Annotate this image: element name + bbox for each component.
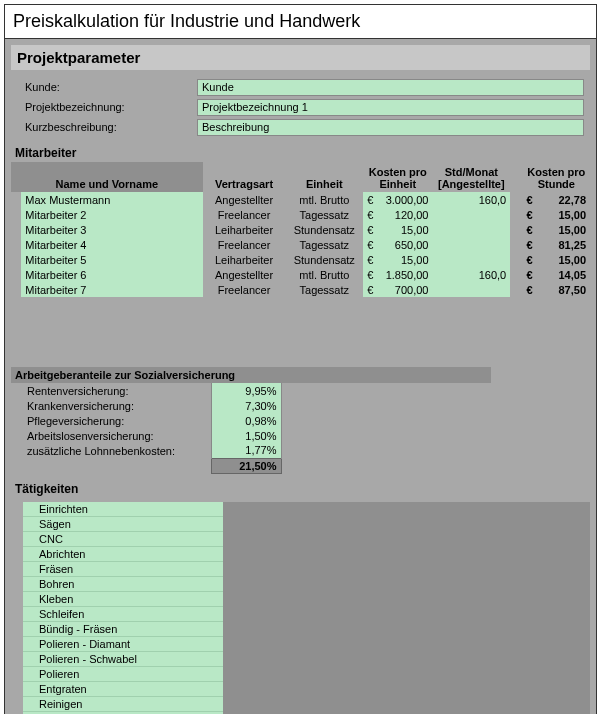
param-row-projekt: Projektbezeichnung: Projektbezeichnung 1 [17, 98, 584, 116]
soz-row: zusätzliche Lohnnebenkosten:1,77% [11, 443, 281, 458]
soz-row: Pflegeversicherung:0,98% [11, 413, 281, 428]
list-item[interactable]: Schleifen [23, 607, 223, 622]
cell-euro2: € [523, 237, 533, 252]
param-value-kurz[interactable]: Beschreibung [197, 119, 584, 136]
cell-kps: 87,50 [533, 282, 590, 297]
list-item[interactable]: Sägen [23, 517, 223, 532]
cell-name[interactable]: Mitarbeiter 7 [21, 282, 202, 297]
cell-name[interactable]: Mitarbeiter 6 [21, 267, 202, 282]
param-value-projekt[interactable]: Projektbezeichnung 1 [197, 99, 584, 116]
cell-vertrag: Freelancer [203, 207, 286, 222]
cell-std[interactable]: 160,0 [433, 192, 511, 207]
param-value-kunde[interactable]: Kunde [197, 79, 584, 96]
table-row: Mitarbeiter 7FreelancerTagessatz€700,00€… [11, 282, 590, 297]
soz-label: Rentenversicherung: [11, 383, 211, 398]
soz-label: Pflegeversicherung: [11, 413, 211, 428]
cell-euro: € [363, 252, 375, 267]
cell-std[interactable] [433, 207, 511, 222]
list-item[interactable]: Einrichten [23, 502, 223, 517]
cell-name[interactable]: Mitarbeiter 4 [21, 237, 202, 252]
cell-std[interactable] [433, 252, 511, 267]
param-label: Projektbezeichnung: [17, 101, 197, 113]
list-item[interactable]: Fräsen [23, 562, 223, 577]
list-item[interactable]: Bohren [23, 577, 223, 592]
cell-einheit: mtl. Brutto [285, 267, 363, 282]
list-item[interactable]: Kleben [23, 592, 223, 607]
cell-kpe[interactable]: 15,00 [376, 252, 433, 267]
cell-std[interactable]: 160,0 [433, 267, 511, 282]
cell-euro: € [363, 282, 375, 297]
cell-std[interactable] [433, 237, 511, 252]
cell-std[interactable] [433, 282, 511, 297]
list-item[interactable]: Polieren [23, 667, 223, 682]
list-item[interactable]: CNC [23, 532, 223, 547]
cell-kps: 15,00 [533, 222, 590, 237]
section-header-soz: Arbeitgeberanteile zur Sozialversicherun… [11, 367, 491, 383]
cell-euro2: € [523, 222, 533, 237]
soz-value[interactable]: 1,77% [211, 443, 281, 458]
list-item[interactable]: Reinigen [23, 697, 223, 712]
cell-einheit: mtl. Brutto [285, 192, 363, 207]
soz-value[interactable]: 1,50% [211, 428, 281, 443]
soz-table: Rentenversicherung:9,95%Krankenversicher… [11, 383, 282, 474]
cell-euro2: € [523, 252, 533, 267]
cell-name[interactable]: Mitarbeiter 2 [21, 207, 202, 222]
cell-vertrag: Leiharbeiter [203, 222, 286, 237]
cell-kpe[interactable]: 1.850,00 [376, 267, 433, 282]
cell-vertrag: Leiharbeiter [203, 252, 286, 267]
cell-name[interactable]: Max Mustermann [21, 192, 202, 207]
soz-row: Arbeitslosenversicherung:1,50% [11, 428, 281, 443]
cell-euro2: € [523, 267, 533, 282]
cell-vertrag: Angestellter [203, 267, 286, 282]
param-label: Kunde: [17, 81, 197, 93]
cell-vertrag: Freelancer [203, 282, 286, 297]
param-label: Kurzbeschreibung: [17, 121, 197, 133]
cell-euro2: € [523, 282, 533, 297]
cell-vertrag: Angestellter [203, 192, 286, 207]
list-item[interactable]: Entgraten [23, 682, 223, 697]
param-row-kunde: Kunde: Kunde [17, 78, 584, 96]
cell-kpe[interactable]: 3.000,00 [376, 192, 433, 207]
soz-value[interactable]: 7,30% [211, 398, 281, 413]
cell-kps: 15,00 [533, 207, 590, 222]
param-row-kurz: Kurzbeschreibung: Beschreibung [17, 118, 584, 136]
table-row: Mitarbeiter 4FreelancerTagessatz€650,00€… [11, 237, 590, 252]
cell-kpe[interactable]: 650,00 [376, 237, 433, 252]
cell-euro: € [363, 222, 375, 237]
cell-kpe[interactable]: 15,00 [376, 222, 433, 237]
cell-kps: 81,25 [533, 237, 590, 252]
cell-name[interactable]: Mitarbeiter 3 [21, 222, 202, 237]
soz-label: Krankenversicherung: [11, 398, 211, 413]
cell-kps: 14,05 [533, 267, 590, 282]
th-name: Name und Vorname [11, 162, 203, 192]
cell-euro: € [363, 237, 375, 252]
soz-total-row: 21,50% [11, 458, 281, 473]
cell-kpe[interactable]: 700,00 [376, 282, 433, 297]
list-item[interactable]: Polieren - Schwabel [23, 652, 223, 667]
project-params-block: Kunde: Kunde Projektbezeichnung: Projekt… [11, 74, 590, 144]
document-frame: Preiskalkulation für Industrie und Handw… [4, 4, 597, 714]
list-item[interactable]: Abrichten [23, 547, 223, 562]
soz-row: Rentenversicherung:9,95% [11, 383, 281, 398]
soz-row: Krankenversicherung:7,30% [11, 398, 281, 413]
cell-vertrag: Freelancer [203, 237, 286, 252]
table-row: Mitarbeiter 5LeiharbeiterStundensatz€15,… [11, 252, 590, 267]
page-title: Preiskalkulation für Industrie und Handw… [5, 5, 596, 39]
soz-value[interactable]: 9,95% [211, 383, 281, 398]
th-vertrag: Vertragsart [203, 162, 286, 192]
table-header-row: Name und Vorname Vertragsart Einheit Kos… [11, 162, 590, 192]
soz-label: zusätzliche Lohnnebenkosten: [11, 443, 211, 458]
cell-euro: € [363, 207, 375, 222]
th-kosten-stunde: Kosten pro Stunde [523, 162, 590, 192]
section-header-project: Projektparameter [11, 45, 590, 70]
soz-value[interactable]: 0,98% [211, 413, 281, 428]
cell-einheit: Tagessatz [285, 207, 363, 222]
cell-kps: 15,00 [533, 252, 590, 267]
taetigkeiten-list: EinrichtenSägenCNCAbrichtenFräsenBohrenK… [23, 502, 223, 715]
cell-kpe[interactable]: 120,00 [376, 207, 433, 222]
cell-std[interactable] [433, 222, 511, 237]
table-row: Mitarbeiter 2FreelancerTagessatz€120,00€… [11, 207, 590, 222]
list-item[interactable]: Bündig - Fräsen [23, 622, 223, 637]
list-item[interactable]: Polieren - Diamant [23, 637, 223, 652]
cell-name[interactable]: Mitarbeiter 5 [21, 252, 202, 267]
